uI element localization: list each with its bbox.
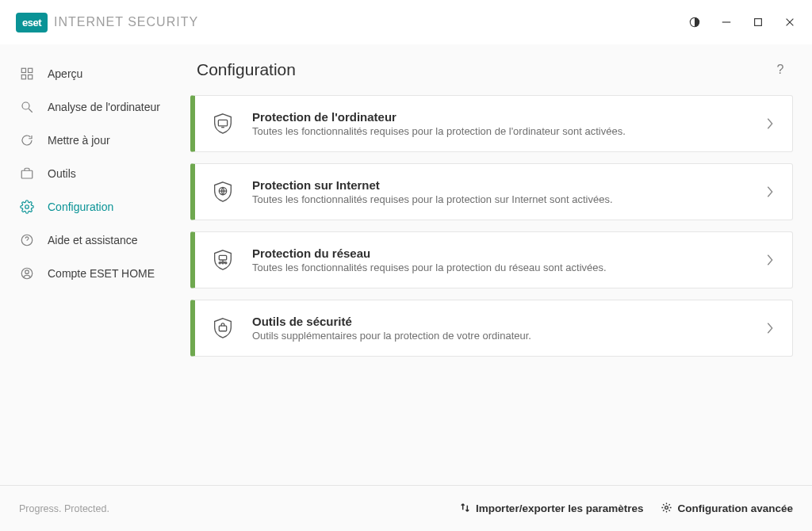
card-desc: Toutes les fonctionnalités requises pour… <box>252 262 765 273</box>
svg-line-10 <box>29 109 33 113</box>
svg-point-9 <box>22 102 29 109</box>
sidebar-item-update[interactable]: Mettre à jour <box>0 124 190 157</box>
footer: Progress. Protected. Importer/exporter l… <box>0 485 812 531</box>
page-title: Configuration <box>197 60 296 79</box>
svg-rect-2 <box>755 19 762 26</box>
shield-globe-icon <box>209 178 236 205</box>
close-button[interactable] <box>783 16 796 29</box>
card-network-protection[interactable]: Protection du réseau Toutes les fonction… <box>190 231 793 288</box>
sidebar-item-label: Analyse de l'ordinateur <box>48 101 160 113</box>
sidebar-item-label: Aide et assistance <box>48 234 138 246</box>
card-title: Outils de sécurité <box>252 315 765 328</box>
briefcase-icon <box>19 166 35 181</box>
svg-point-16 <box>25 270 29 274</box>
svg-rect-6 <box>29 68 33 72</box>
title-bar: eset INTERNET SECURITY <box>0 0 812 44</box>
main-panel: Configuration ? Protection de l'ordinate… <box>190 44 812 485</box>
svg-rect-27 <box>219 326 226 331</box>
page-help-button[interactable]: ? <box>771 60 790 79</box>
sidebar: Aperçu Analyse de l'ordinateur Mettre à … <box>0 44 190 485</box>
contrast-icon[interactable] <box>688 16 701 29</box>
shield-monitor-icon <box>209 110 236 137</box>
product-name: INTERNET SECURITY <box>54 15 198 29</box>
gear-icon <box>661 502 672 516</box>
footer-slogan: Progress. Protected. <box>19 503 109 514</box>
sidebar-item-label: Aperçu <box>48 67 82 80</box>
card-internet-protection[interactable]: Protection sur Internet Toutes les fonct… <box>190 163 793 220</box>
sidebar-item-tools[interactable]: Outils <box>0 157 190 190</box>
user-icon <box>19 266 35 281</box>
sidebar-item-label: Compte ESET HOME <box>48 267 155 280</box>
dashboard-icon <box>19 66 35 82</box>
sidebar-item-overview[interactable]: Aperçu <box>0 57 190 90</box>
svg-rect-8 <box>29 75 33 79</box>
card-title: Protection sur Internet <box>252 178 765 192</box>
import-export-button[interactable]: Importer/exporter les paramètres <box>459 502 644 516</box>
svg-point-28 <box>665 506 668 509</box>
svg-rect-21 <box>219 255 226 260</box>
svg-rect-7 <box>21 75 25 79</box>
advanced-config-button[interactable]: Configuration avancée <box>661 502 793 516</box>
sidebar-item-label: Outils <box>48 167 76 180</box>
svg-rect-11 <box>21 170 33 178</box>
svg-rect-5 <box>21 68 25 72</box>
chevron-right-icon <box>765 185 775 199</box>
footer-action-label: Importer/exporter les paramètres <box>476 502 644 514</box>
svg-point-12 <box>25 205 29 209</box>
card-desc: Outils supplémentaires pour la protectio… <box>252 330 765 342</box>
sidebar-item-label: Mettre à jour <box>48 134 110 147</box>
sidebar-item-help[interactable]: Aide et assistance <box>0 223 190 257</box>
sidebar-item-label: Configuration <box>48 201 113 213</box>
window-controls <box>688 16 796 29</box>
sidebar-item-account[interactable]: Compte ESET HOME <box>0 257 190 290</box>
card-title: Protection de l'ordinateur <box>252 110 765 124</box>
card-computer-protection[interactable]: Protection de l'ordinateur Toutes les fo… <box>190 95 793 152</box>
chevron-right-icon <box>765 321 775 335</box>
search-icon <box>19 99 35 115</box>
chevron-right-icon <box>765 117 775 131</box>
card-desc: Toutes les fonctionnalités requises pour… <box>252 193 765 205</box>
svg-rect-17 <box>218 120 227 126</box>
sidebar-item-scan[interactable]: Analyse de l'ordinateur <box>0 90 190 124</box>
card-security-tools[interactable]: Outils de sécurité Outils supplémentaire… <box>190 300 793 357</box>
shield-briefcase-icon <box>209 315 236 342</box>
chevron-right-icon <box>765 253 775 267</box>
shield-network-icon <box>209 246 236 273</box>
minimize-button[interactable] <box>720 16 733 29</box>
footer-action-label: Configuration avancée <box>677 502 793 514</box>
sidebar-item-configuration[interactable]: Configuration <box>0 190 190 223</box>
import-export-icon <box>459 502 471 516</box>
refresh-icon <box>19 132 35 148</box>
card-desc: Toutes les fonctionnalités requises pour… <box>252 125 765 137</box>
app-logo: eset INTERNET SECURITY <box>16 13 198 32</box>
gear-icon <box>19 199 35 215</box>
maximize-button[interactable] <box>752 16 764 29</box>
card-title: Protection du réseau <box>252 246 765 260</box>
help-icon <box>19 232 35 248</box>
brand-badge: eset <box>16 13 48 32</box>
